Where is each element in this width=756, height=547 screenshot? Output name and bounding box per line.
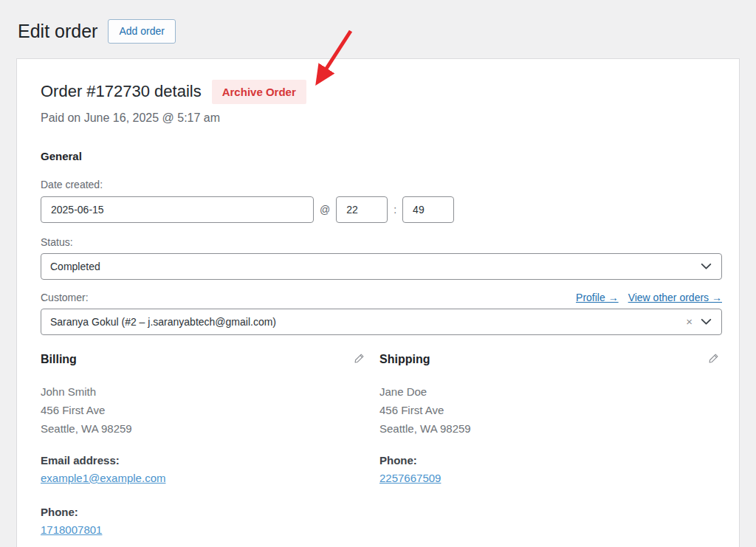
date-created-label: Date created:: [41, 179, 721, 190]
shipping-address-line: 456 First Ave: [379, 401, 722, 419]
customer-label: Customer:: [41, 292, 89, 303]
billing-address-line: 456 First Ave: [41, 401, 368, 419]
hour-input[interactable]: [336, 196, 388, 223]
date-created-row: @ :: [41, 196, 721, 223]
date-created-input[interactable]: [41, 196, 314, 223]
general-section-heading: General: [41, 150, 721, 162]
billing-column: Billing John Smith 456 First Ave Seattle…: [41, 353, 379, 539]
addresses-section: Billing John Smith 456 First Ave Seattle…: [41, 353, 722, 539]
chevron-down-icon: [700, 315, 712, 328]
page-header: Edit order Add order: [0, 0, 756, 58]
archive-order-badge[interactable]: Archive Order: [212, 80, 306, 104]
billing-email-link[interactable]: example1@example.com: [41, 472, 165, 484]
pencil-icon: [708, 353, 719, 366]
shipping-heading: Shipping: [379, 353, 430, 366]
customer-selected-value: Saranya Gokul (#2 – j.saranyabtech@gmail…: [50, 316, 276, 328]
order-details-card: Order #172730 details Archive Order Paid…: [16, 58, 740, 547]
add-order-button[interactable]: Add order: [108, 19, 175, 44]
shipping-address: Jane Doe 456 First Ave Seattle, WA 98259: [379, 382, 722, 438]
shipping-column: Shipping Jane Doe 456 First Ave Seattle,…: [379, 353, 722, 539]
order-head: Order #172730 details Archive Order: [41, 80, 721, 104]
billing-phone-link[interactable]: 1718007801: [41, 523, 102, 536]
billing-address-line: Seattle, WA 98259: [41, 419, 368, 438]
shipping-address-line: Jane Doe: [379, 382, 722, 401]
minute-input[interactable]: [402, 196, 454, 223]
edit-shipping-button[interactable]: [708, 353, 719, 366]
billing-address-line: John Smith: [41, 382, 368, 401]
customer-select[interactable]: Saranya Gokul (#2 – j.saranyabtech@gmail…: [41, 309, 722, 335]
pencil-icon: [354, 353, 365, 366]
chevron-down-icon: [700, 260, 712, 272]
billing-heading: Billing: [41, 353, 77, 366]
billing-email-label: Email address:: [41, 452, 368, 469]
time-separator: :: [394, 204, 396, 216]
clear-selection-icon[interactable]: ×: [686, 316, 693, 327]
at-symbol: @: [320, 204, 330, 216]
edit-billing-button[interactable]: [354, 353, 365, 366]
customer-label-row: Customer: Profile → View other orders →: [41, 292, 722, 303]
page-title: Edit order: [18, 20, 97, 42]
shipping-address-line: Seattle, WA 98259: [379, 419, 722, 438]
profile-link[interactable]: Profile →: [576, 292, 619, 303]
paid-date-text: Paid on June 16, 2025 @ 5:17 am: [41, 111, 721, 125]
status-selected-value: Completed: [50, 261, 100, 272]
billing-address: John Smith 456 First Ave Seattle, WA 982…: [41, 382, 368, 438]
shipping-phone-link[interactable]: 2257667509: [379, 472, 441, 484]
status-select[interactable]: Completed: [41, 253, 722, 280]
billing-phone-label: Phone:: [41, 503, 368, 521]
view-other-orders-link[interactable]: View other orders →: [628, 292, 722, 303]
order-number-title: Order #172730 details: [41, 82, 202, 101]
shipping-phone-label: Phone:: [379, 452, 722, 469]
status-label: Status:: [41, 236, 721, 248]
